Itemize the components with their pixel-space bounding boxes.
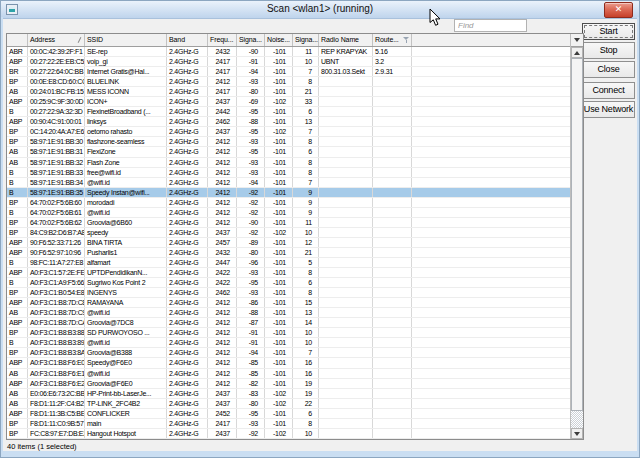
table-row[interactable]: B00:27:22:9A:32:3DFlexinetBroadband (...… <box>7 107 570 117</box>
column-header-radio-name[interactable]: Radio Name <box>319 34 373 46</box>
cell-filler <box>412 389 570 398</box>
cell-flags: ABP <box>7 248 28 257</box>
cell-filler <box>412 298 570 307</box>
table-row[interactable]: BP64:70:02:F5:6B:62Groovia@6B602.4GHz-G2… <box>7 218 570 228</box>
cell-frequency: 2442 <box>208 107 237 116</box>
cell-routeros-version <box>373 137 412 146</box>
table-row[interactable]: B58:97:1E:91:BB:35Speedy Instan@wifi...2… <box>7 188 570 198</box>
table-row[interactable]: BPA0:F3:C1:B0:54:E8INGENYS2.4GHz-G2462-9… <box>7 288 570 298</box>
table-row[interactable]: BP84:C9:B2:D6:B7:A8speedy2.4GHz-G2437-92… <box>7 228 570 238</box>
cell-address: 64:70:02:F5:6B:62 <box>28 218 85 227</box>
table-row[interactable]: ABE0:06:E6:73:2C:BBHP-Print-bb-LaserJe..… <box>7 389 570 399</box>
table-row[interactable]: ABPA0:F3:C1:57:2E:FEUPTDPendidikanN...2.… <box>7 268 570 278</box>
scroll-down-button[interactable] <box>571 428 583 439</box>
table-row[interactable]: ABP90:F6:52:97:10:96Pusharlis12.4GHz-G24… <box>7 248 570 258</box>
column-header-frequency[interactable]: Frequ... <box>208 34 237 46</box>
table-row[interactable]: BP0C:14:20:4A:A7:E6oetomo rahasto2.4GHz-… <box>7 127 570 137</box>
table-row[interactable]: BPF8:D1:11:C0:9B:57main2.4GHz-G2417-93-1… <box>7 419 570 429</box>
table-row[interactable]: BP58:97:1E:91:BB:30flashzone-seamless2.4… <box>7 137 570 147</box>
table-row[interactable]: BP64:70:02:F5:6B:60morodadi2.4GHz-G2412-… <box>7 198 570 208</box>
cell-filler <box>412 208 570 217</box>
scrollbar-thumb[interactable] <box>571 58 583 411</box>
cell-signal-to-noise: 21 <box>293 87 319 96</box>
table-row[interactable]: ABP00:25:9C:9F:30:0DICON+2.4GHz-G2437-69… <box>7 97 570 107</box>
column-header-band[interactable]: Band <box>167 34 208 46</box>
table-row[interactable]: ABP90:F6:52:33:71:26BINA TIRTA2.4GHz-G24… <box>7 238 570 248</box>
table-row[interactable]: BA0:F3:C1:B8:B3:89@wifi.id2.4GHz-G2412-9… <box>7 338 570 348</box>
table-row[interactable]: BP00:0E:E8:CD:60:CCBLUELINK2.4GHz-G2412-… <box>7 77 570 87</box>
column-selector-button[interactable] <box>571 34 583 47</box>
cell-ssid: CONFLICKER <box>85 409 167 418</box>
table-row[interactable]: B98:FC:11:A7:27:E8alfamart2.4GHz-G2447-9… <box>7 258 570 268</box>
table-row[interactable]: ABPA0:F3:C1:B8:7D:CAGroovia@7DC82.4GHz-G… <box>7 318 570 328</box>
stop-button[interactable]: Stop <box>582 42 635 59</box>
table-row[interactable]: B58:97:1E:91:BB:33free@wifi.id2.4GHz-G24… <box>7 168 570 178</box>
table-row[interactable]: B64:70:02:F5:6B:61@wifi.id2.4GHz-G2412-9… <box>7 208 570 218</box>
cell-radio-name <box>319 278 373 287</box>
table-row[interactable]: BPA0:F3:C1:B8:B3:8AGroovia@B3882.4GHz-G2… <box>7 348 570 358</box>
use-network-button[interactable]: Use Network <box>582 101 635 118</box>
cell-routeros-version <box>373 188 412 197</box>
start-button[interactable]: Start <box>582 23 635 40</box>
status-text: 40 items (1 selected) <box>7 442 77 451</box>
cell-signal-to-noise: 7 <box>293 348 319 357</box>
scrollbar-track[interactable] <box>571 58 583 428</box>
cell-signal-strength: -90 <box>237 218 265 227</box>
cell-radio-name <box>319 268 373 277</box>
table-row[interactable]: AB58:97:1E:91:BB:32Flash Zone2.4GHz-G241… <box>7 158 570 168</box>
cell-ssid: UPTDPendidikanN... <box>85 268 167 277</box>
table-row[interactable]: ABPA0:F3:C1:B8:F6:E2Groovia@F6E02.4GHz-G… <box>7 379 570 389</box>
cell-signal-to-noise: 10 <box>293 228 319 237</box>
close-window-button[interactable]: Close <box>582 61 635 78</box>
cell-ssid: @wifi.id <box>85 308 167 317</box>
vertical-scrollbar[interactable] <box>570 34 583 439</box>
table-row[interactable]: ABPA0:F3:C1:B8:7D:C8RAMAYANA2.4GHz-G2412… <box>7 298 570 308</box>
table-row[interactable]: ABP00:27:22:2E:EB:C5voip_gi2.4GHz-G2417-… <box>7 57 570 67</box>
cell-band: 2.4GHz-G <box>167 147 208 156</box>
table-row[interactable]: BA0:F3:C1:A9:F5:66Sugriwo Kos Point 22.4… <box>7 278 570 288</box>
table-row[interactable]: ABP00:90:4C:91:00:01linksys2.4GHz-G2462-… <box>7 117 570 127</box>
cell-ssid: main <box>85 419 167 428</box>
connect-button[interactable]: Connect <box>582 82 635 99</box>
scroll-up-button[interactable] <box>571 47 583 58</box>
column-header-noise-floor[interactable]: Noise... <box>265 34 293 46</box>
column-header-address[interactable]: Address <box>28 34 85 46</box>
cell-flags: AB <box>7 399 28 408</box>
cell-signal-strength: -80 <box>237 399 265 408</box>
table-row[interactable]: ABPF8:D1:11:3B:C5:BECONFLICKER2.4GHz-G24… <box>7 409 570 419</box>
cell-band: 2.4GHz-G <box>167 409 208 418</box>
table-row[interactable]: ABR00:0C:42:39:2F:F1SE-rep2.4GHz-G2432-9… <box>7 47 570 57</box>
cell-ssid: HP-Print-bb-LaserJe... <box>85 389 167 398</box>
cell-band: 2.4GHz-G <box>167 369 208 378</box>
cell-signal-strength: -95 <box>237 107 265 116</box>
table-row[interactable]: ABA0:F3:C1:B8:F6:E1@wifi.id2.4GHz-G2412-… <box>7 369 570 379</box>
table-row[interactable]: ABA0:F3:C1:B8:7D:C9@wifi.id2.4GHz-G2412-… <box>7 308 570 318</box>
table-row[interactable]: AB00:24:01:BC:FB:15MESS ICONN2.4GHz-G241… <box>7 87 570 97</box>
column-header-signal-strength[interactable]: Signa... <box>237 34 265 46</box>
cell-routeros-version <box>373 348 412 357</box>
column-header-flags[interactable] <box>7 34 28 46</box>
table-row[interactable]: AB58:97:1E:91:BB:31FlexiZone2.4GHz-G2412… <box>7 147 570 157</box>
cell-filler <box>412 358 570 367</box>
cell-radio-name <box>319 338 373 347</box>
cell-noise-floor: -101 <box>265 258 293 267</box>
close-button[interactable]: ✕ <box>604 2 633 18</box>
cell-radio-name <box>319 198 373 207</box>
table-row[interactable]: B58:97:1E:91:BB:34@wifi.id2.4GHz-G2412-9… <box>7 178 570 188</box>
cell-signal-to-noise: 13 <box>293 308 319 317</box>
cell-address: 58:97:1E:91:BB:30 <box>28 137 85 146</box>
table-row[interactable]: ABPA0:F3:C1:B8:F6:E0Speedy@F6E02.4GHz-G2… <box>7 358 570 368</box>
table-row[interactable]: BPFC:C8:97:E7:DB:E2Hangout Hotspot2.4GHz… <box>7 429 570 439</box>
table-row[interactable]: BR00:27:22:64:0C:BBInternet Gratis@Hal..… <box>7 67 570 77</box>
cell-band: 2.4GHz-G <box>167 429 208 438</box>
cell-flags: AB <box>7 87 28 96</box>
column-header-routeros-version[interactable]: Route... <box>373 34 412 46</box>
table-row[interactable]: BPA0:F3:C1:B8:B3:88SD PURWOYOSO ...2.4GH… <box>7 328 570 338</box>
table-row[interactable]: ABF8:D1:11:2F:C4:B2TP-LINK_2FC4B22.4GHz-… <box>7 399 570 409</box>
cell-signal-to-noise: 8 <box>293 77 319 86</box>
column-header-signal-to-noise[interactable]: Signa... <box>293 34 319 46</box>
column-header-ssid[interactable]: SSID <box>85 34 167 46</box>
cell-radio-name <box>319 369 373 378</box>
cell-address: A0:F3:C1:B8:7D:C8 <box>28 298 85 307</box>
find-input[interactable] <box>454 19 527 32</box>
